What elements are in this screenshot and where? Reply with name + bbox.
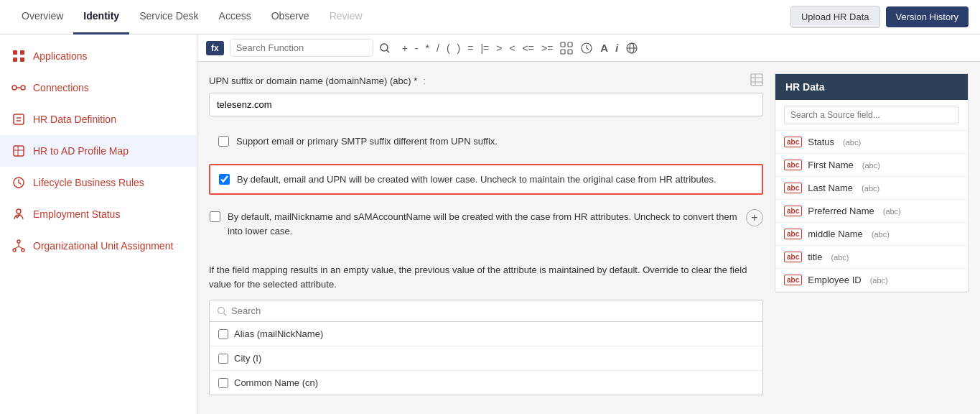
search-icon[interactable] — [379, 42, 391, 54]
mailnickname-checkbox-label: By default, mailNickname and sAMAccountN… — [228, 210, 739, 238]
sidebar-item-org-unit[interactable]: Organizational Unit Assignment — [0, 230, 197, 262]
list-item[interactable]: City (I) — [210, 346, 762, 371]
alias-checkbox[interactable] — [218, 329, 228, 339]
top-navigation: Overview Identity Service Desk Access Ob… — [0, 0, 980, 34]
op-rparen[interactable]: ) — [457, 42, 461, 54]
employment-icon — [11, 207, 26, 221]
hr-data-search-area — [775, 100, 968, 131]
abc-badge: abc — [784, 137, 802, 147]
op-minus[interactable]: - — [415, 42, 419, 54]
grid-formula-icon[interactable] — [560, 42, 573, 55]
lowercase-checkbox[interactable] — [219, 174, 230, 185]
hr-data-item-title[interactable]: abc title (abc) — [775, 246, 968, 269]
svg-point-5 — [21, 86, 25, 90]
svg-rect-7 — [14, 114, 24, 124]
upn-input[interactable] — [209, 93, 763, 116]
svg-point-14 — [17, 209, 21, 213]
list-item[interactable]: Common Name (cn) — [210, 371, 762, 395]
connect-icon — [11, 80, 26, 95]
op-gte[interactable]: >= — [541, 42, 553, 54]
svg-point-17 — [22, 249, 24, 252]
mailnickname-checkbox[interactable] — [210, 211, 220, 222]
op-lparen[interactable]: ( — [447, 42, 450, 54]
checkbox-lowercase-row: By default, email and UPN will be create… — [209, 164, 763, 196]
hr-data-item-preferredname[interactable]: abc Preferred Name (abc) — [775, 200, 968, 223]
sidebar-connections-label: Connections — [33, 82, 89, 93]
version-history-button[interactable]: Version History — [886, 6, 969, 27]
op-star[interactable]: * — [426, 42, 429, 54]
add-button[interactable]: + — [746, 209, 763, 226]
content-area: UPN suffix or domain name (domainName) (… — [197, 62, 980, 407]
svg-rect-33 — [751, 74, 762, 86]
svg-line-38 — [224, 313, 227, 316]
svg-rect-26 — [568, 50, 572, 54]
common-name-checkbox[interactable] — [218, 378, 228, 388]
sidebar-hr-to-ad-label: HR to AD Profile Map — [33, 145, 129, 157]
sidebar-item-hr-to-ad[interactable]: HR to AD Profile Map — [0, 135, 197, 167]
svg-rect-24 — [568, 42, 572, 47]
search-function-input[interactable] — [230, 39, 373, 57]
svg-rect-2 — [13, 58, 17, 62]
op-eq[interactable]: = — [467, 42, 473, 54]
op-gt[interactable]: > — [496, 42, 502, 54]
formula-bar: fx + - * / ( ) = |= > < <= >= — [197, 34, 980, 62]
abc-badge: abc — [784, 206, 802, 216]
hr-data-item-middlename[interactable]: abc middle Name (abc) — [775, 223, 968, 246]
hr-data-item-status[interactable]: abc Status (abc) — [775, 131, 968, 154]
text-a-icon[interactable]: A — [600, 42, 608, 54]
svg-rect-3 — [20, 58, 24, 62]
svg-line-19 — [14, 247, 19, 249]
clock-icon[interactable] — [580, 42, 593, 55]
svg-point-16 — [13, 249, 16, 252]
hr-data-item-firstname[interactable]: abc First Name (abc) — [775, 154, 968, 177]
nav-review[interactable]: Review — [319, 0, 373, 34]
checkbox-mailnickname-row: By default, mailNickname and sAMAccountN… — [209, 202, 740, 246]
nav-identity[interactable]: Identity — [73, 0, 129, 34]
sidebar-item-connections[interactable]: Connections — [0, 72, 197, 104]
list-search-box — [209, 300, 763, 322]
main-content-area: fx + - * / ( ) = |= > < <= >= — [197, 34, 980, 414]
sidebar: Applications Connections HR Data Definit… — [0, 34, 197, 414]
sidebar-org-label: Organizational Unit Assignment — [33, 240, 173, 252]
op-plus[interactable]: + — [402, 42, 408, 54]
org-icon — [11, 239, 26, 253]
upload-hr-data-button[interactable]: Upload HR Data — [790, 6, 880, 28]
op-slash[interactable]: / — [437, 42, 439, 54]
svg-point-4 — [12, 86, 17, 90]
list-item[interactable]: Alias (mailNickName) — [210, 322, 762, 346]
hr-data-item-lastname[interactable]: abc Last Name (abc) — [775, 177, 968, 200]
svg-rect-0 — [13, 50, 17, 55]
sidebar-item-employment-status[interactable]: Employment Status — [0, 198, 197, 230]
nav-overview[interactable]: Overview — [11, 0, 73, 34]
main-layout: Applications Connections HR Data Definit… — [0, 34, 980, 414]
nav-access[interactable]: Access — [209, 0, 261, 34]
svg-rect-25 — [561, 50, 565, 54]
nav-service-desk[interactable]: Service Desk — [129, 0, 208, 34]
sidebar-hr-data-label: HR Data Definition — [33, 114, 116, 125]
upn-field-row: UPN suffix or domain name (domainName) (… — [209, 73, 763, 116]
abc-badge: abc — [784, 252, 802, 262]
hr-data-item-employeeid[interactable]: abc Employee ID (abc) — [775, 269, 968, 292]
svg-rect-10 — [14, 146, 24, 156]
svg-point-15 — [17, 240, 20, 243]
op-lte[interactable]: <= — [523, 42, 534, 54]
nav-observe[interactable]: Observe — [261, 0, 319, 34]
hr-data-search-input[interactable] — [784, 106, 959, 124]
info-icon[interactable]: i — [615, 42, 618, 54]
table-icon[interactable] — [750, 73, 763, 88]
globe-icon[interactable] — [625, 42, 638, 55]
sidebar-item-lifecycle[interactable]: Lifecycle Business Rules — [0, 167, 197, 198]
svg-rect-1 — [20, 50, 24, 55]
lowercase-checkbox-label: By default, email and UPN will be create… — [237, 172, 717, 187]
op-lt[interactable]: < — [509, 42, 515, 54]
sidebar-item-hr-data-definition[interactable]: HR Data Definition — [0, 104, 197, 135]
upn-field-label: UPN suffix or domain name (domainName) (… — [209, 73, 763, 88]
city-checkbox[interactable] — [218, 354, 228, 364]
sidebar-item-applications[interactable]: Applications — [0, 40, 197, 72]
abc-badge: abc — [784, 160, 802, 170]
op-pipe-eq[interactable]: |= — [480, 42, 489, 54]
attribute-list: Alias (mailNickName) City (I) Common Nam… — [209, 300, 763, 395]
smtp-checkbox[interactable] — [218, 136, 229, 147]
list-search-input[interactable] — [231, 305, 755, 316]
svg-point-37 — [218, 307, 225, 313]
